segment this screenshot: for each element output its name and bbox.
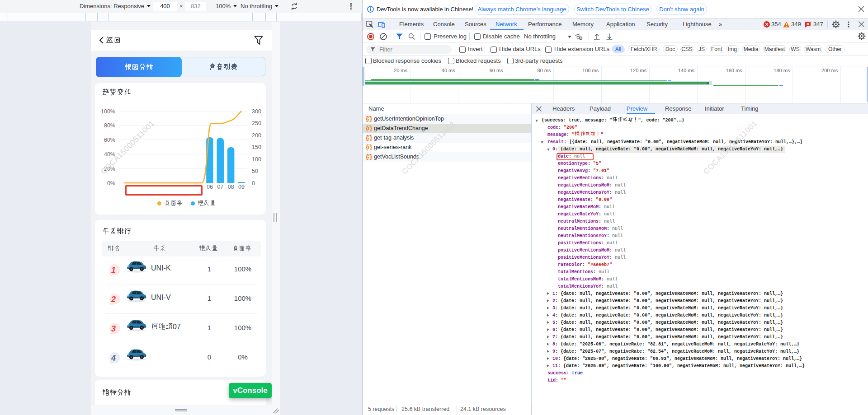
svg-text:20%: 20% xyxy=(104,166,115,172)
svg-text:}: } xyxy=(369,135,372,141)
svg-text:09: 09 xyxy=(238,184,245,190)
svg-text:300: 300 xyxy=(252,108,261,115)
svg-text:06: 06 xyxy=(207,184,213,190)
svg-text:0%: 0% xyxy=(107,180,115,187)
svg-text:50: 50 xyxy=(252,168,258,174)
svg-text:}: } xyxy=(369,116,372,122)
svg-text:0: 0 xyxy=(252,180,255,187)
svg-text:08: 08 xyxy=(228,184,234,190)
svg-text:60%: 60% xyxy=(104,137,115,143)
svg-text:100%: 100% xyxy=(101,108,115,115)
svg-text:80%: 80% xyxy=(104,122,115,129)
svg-text:}: } xyxy=(369,126,372,131)
svg-text:200: 200 xyxy=(252,132,261,139)
svg-text:}: } xyxy=(369,154,372,160)
svg-text:250: 250 xyxy=(252,120,261,126)
svg-text:}: } xyxy=(369,145,372,150)
svg-text:100: 100 xyxy=(252,156,261,163)
svg-text:150: 150 xyxy=(252,144,261,150)
svg-text:07: 07 xyxy=(217,184,223,190)
svg-text:40%: 40% xyxy=(104,151,115,158)
